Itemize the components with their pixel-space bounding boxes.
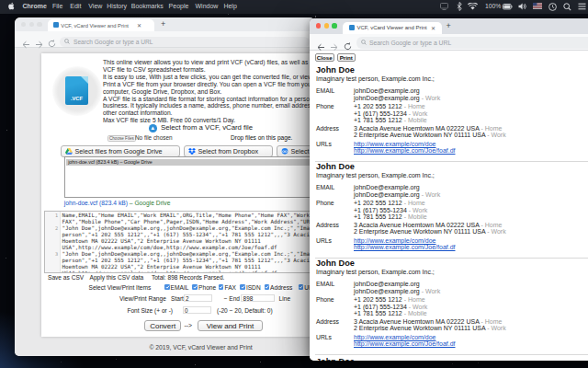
- spotlight-icon[interactable]: [563, 3, 571, 12]
- clock-icon[interactable]: [548, 3, 557, 12]
- address-bar[interactable]: Search Google or type a URL: [356, 37, 588, 48]
- menu-item-history[interactable]: History: [107, 3, 127, 9]
- url-link-anchor[interactable]: http://www.example.com/Joe/foaf.df: [354, 147, 456, 154]
- checkbox-label-fax: FAX: [225, 284, 236, 291]
- url-link: http://www.example.com/Joe/foaf.df: [354, 244, 456, 250]
- phone-label: Phone: [316, 103, 334, 109]
- phone-value: +1 202 555 1212 - Home: [354, 296, 425, 303]
- font-size-label: Font Size (+ or -): [127, 307, 173, 314]
- fg-browser-tab[interactable]: VCF, vCard Viewer and Print ✕: [343, 22, 442, 34]
- csv-line: "John Doe",johnDoe@example.org,,johnDoe@…: [62, 225, 316, 231]
- email-value: johnDoe@example.org - Work: [354, 288, 440, 294]
- zoom-window-button[interactable]: [332, 23, 336, 28]
- end-input[interactable]: 898: [241, 294, 275, 302]
- vcf-file-icon: .VCF: [65, 76, 88, 105]
- checkbox-fax[interactable]: [219, 284, 224, 290]
- apply-csv-link[interactable]: Apply this CSV data: [90, 274, 144, 281]
- address-bar[interactable]: Search Google or type a URL: [60, 37, 310, 47]
- font-size-input[interactable]: 0: [183, 306, 211, 314]
- csv-line: Hoemtown MA 02222 USA","2 Enterprise Ave…: [62, 264, 261, 270]
- checkbox-isdn[interactable]: [240, 284, 245, 290]
- end-label: ~ End: [224, 295, 240, 302]
- contact-name: John Doe: [316, 162, 355, 171]
- fg-tab-strip: VCF, vCard Viewer and Print ✕ +: [310, 18, 588, 35]
- bg-browser-tab[interactable]: VCF, vCard Viewer and Print ✕: [48, 19, 154, 31]
- close-window-button[interactable]: [21, 22, 26, 27]
- new-tab-button[interactable]: +: [161, 19, 165, 29]
- font-size-note: (-20 ~ 20, Default: 0): [217, 307, 273, 314]
- phone-value: +1 (617) 555-1234 - Work: [354, 304, 427, 310]
- start-input[interactable]: 2: [184, 294, 213, 302]
- notification-center-icon[interactable]: [578, 3, 586, 11]
- checkbox-urls[interactable]: [299, 284, 304, 290]
- vcard-entry: John DoeImaginary test person, Example.c…: [310, 259, 588, 355]
- menu-item-help[interactable]: Help: [223, 3, 236, 9]
- print-button[interactable]: Print: [337, 53, 356, 62]
- phone-value: +1 202 555 1212 - Home: [354, 200, 425, 206]
- battery-icon[interactable]: [503, 4, 513, 11]
- menu-item-chrome[interactable]: Chrome: [23, 3, 47, 9]
- checkbox-email[interactable]: [164, 284, 170, 290]
- csv-line: person","+1 202 555 1212",,"+1 (617) 555…: [62, 258, 316, 263]
- file-link[interactable]: john-doe.vcf (823.4 kB) – Google Drive: [64, 200, 171, 206]
- csv-gutter: [45, 212, 61, 272]
- email-value: johnDoe@example.org - Work: [354, 95, 440, 101]
- vcard-entry: John DoeImaginary test person, Example.c…: [310, 162, 588, 259]
- checkbox-label-address: Address: [270, 284, 292, 291]
- start-label: Start: [171, 295, 184, 302]
- drop-files-label: Drop files on this page.: [231, 134, 292, 141]
- address-placeholder: Search Google or type a URL: [369, 40, 451, 46]
- address-label: Address: [316, 318, 339, 325]
- zoom-window-button[interactable]: [37, 22, 41, 27]
- url-link: http://www.example/com/doe: [354, 334, 436, 340]
- close-button[interactable]: Close: [315, 53, 334, 62]
- intro-line: business. It typically includes a name, …: [103, 102, 315, 109]
- menu-item-view[interactable]: View: [88, 3, 102, 9]
- close-window-button[interactable]: [316, 23, 321, 28]
- url-link-anchor[interactable]: http://www.example/com/doe: [354, 141, 436, 147]
- csv-editor[interactable]: 1Name,EMAIL,"Home EMAIL","Work EMAIL",OR…: [44, 211, 315, 273]
- file-listbox[interactable]: john-doe.vcf (823.4 kB) – Google Drive: [64, 156, 315, 198]
- us-flag-icon[interactable]: [533, 3, 542, 10]
- minimize-window-button[interactable]: [324, 23, 329, 28]
- tab-close-icon[interactable]: ✕: [137, 22, 141, 29]
- email-label: EMAIL: [316, 87, 334, 94]
- email-value: johnDoe@example.org - Work: [354, 191, 440, 198]
- menu-item-bookmarks[interactable]: Bookmarks: [131, 3, 164, 9]
- apple-menu-icon[interactable]: [8, 2, 14, 9]
- url-link-anchor[interactable]: http://www.example.com/Joe/foaf.df: [354, 340, 456, 347]
- save-as-csv-link[interactable]: Save as CSV: [48, 274, 84, 281]
- url-link: http://www.example/com/doe: [354, 141, 436, 147]
- phone-value: +1 781 555 1212 - Mobile: [354, 213, 427, 220]
- volume-icon[interactable]: [518, 3, 526, 11]
- menu-item-people[interactable]: People: [169, 3, 189, 9]
- new-tab-button[interactable]: +: [447, 21, 451, 30]
- address-label: Address: [316, 125, 339, 132]
- checkbox-label-email: EMAIL: [171, 284, 189, 291]
- view-and-print-button[interactable]: View and Print: [198, 320, 263, 331]
- wifi-icon[interactable]: [468, 3, 478, 11]
- listbox-selected-row[interactable]: john-doe.vcf (823.4 kB) – Google Drive: [66, 159, 313, 167]
- convert-button[interactable]: Convert: [144, 320, 181, 331]
- csv-line-number: 1: [45, 213, 58, 218]
- tab-close-icon[interactable]: ✕: [431, 25, 435, 31]
- menu-item-window[interactable]: Window: [196, 3, 219, 9]
- upload-icon: ▲: [149, 124, 157, 132]
- menu-item-edit[interactable]: Edit: [70, 3, 81, 9]
- url-link-anchor[interactable]: http://www.example.com/Joe/foaf.df: [354, 244, 456, 250]
- display-icon[interactable]: [440, 3, 448, 11]
- phone-value: +1 (617) 555-1234 - Work: [354, 207, 427, 213]
- bluetooth-icon[interactable]: [457, 2, 462, 12]
- entry-separator: [315, 354, 588, 355]
- url-link-anchor[interactable]: http://www.example/com/doe: [354, 237, 436, 244]
- menu-item-file[interactable]: File: [52, 3, 62, 9]
- minimize-window-button[interactable]: [29, 22, 34, 27]
- intro-line: It is easy to use, With just a few click…: [103, 74, 315, 80]
- url-link-anchor[interactable]: http://www.example/com/doe: [354, 334, 436, 340]
- urls-label: URLs: [316, 141, 332, 147]
- checkbox-phone[interactable]: [192, 284, 198, 290]
- choose-files-button[interactable]: Choose Files: [107, 135, 136, 142]
- checkbox-address[interactable]: [265, 284, 270, 290]
- total-records-label: Total: 898 Records Parsed.: [152, 274, 225, 281]
- print-page: Close Print John DoeImaginary test perso…: [310, 51, 588, 361]
